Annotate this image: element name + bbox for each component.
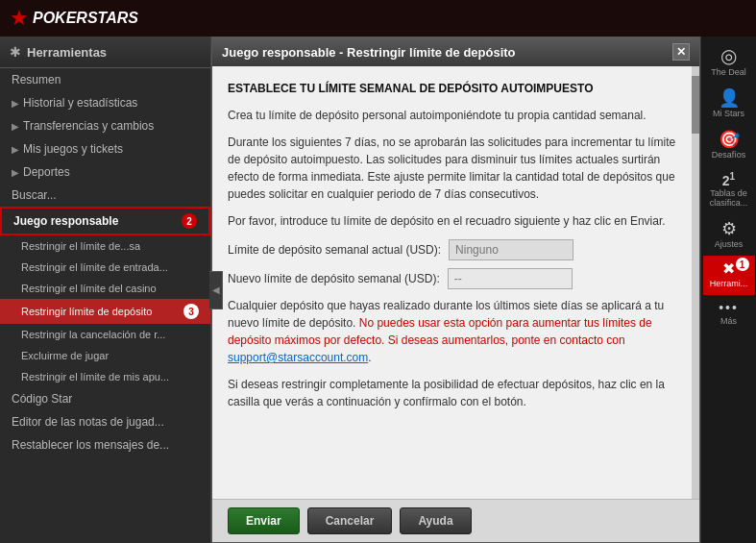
scrollbar-track[interactable] <box>692 66 699 499</box>
rightbar-tablas-wrap: 21 Tablas de clasifica... <box>703 166 755 214</box>
new-limit-input[interactable] <box>448 268 573 289</box>
sidebar-header: ✱ Herramientas <box>0 37 210 68</box>
ajustes-icon: ⚙ <box>721 220 737 237</box>
sidebar-menu: Resumen ▶ Historial y estadísticas ▶ Tra… <box>0 68 210 543</box>
rightbar-thedeal[interactable]: ◎ The Deal <box>703 40 755 84</box>
rightbar-ajustes[interactable]: ⚙ Ajustes <box>703 214 755 256</box>
badge-herramientas: 1 <box>736 258 749 271</box>
sidebar-item-excluirme[interactable]: Excluirme de jugar <box>0 345 210 366</box>
sidebar-item-misjuegos[interactable]: ▶ Mis juegos y tickets <box>0 137 210 160</box>
dialog-para4: Cualquier depósito que hayas realizado d… <box>228 297 684 366</box>
tablas-icon: 21 <box>722 172 735 187</box>
tools-icon: ✱ <box>10 44 21 60</box>
sidebar-title: Herramientas <box>27 45 107 60</box>
sidebar-item-historial[interactable]: ▶ Historial y estadísticas <box>0 91 210 114</box>
sidebar-item-resumen[interactable]: Resumen <box>0 68 210 91</box>
sidebar-collapse-button[interactable]: ◀ <box>209 271 223 309</box>
dialog-footer: Enviar Cancelar Ayuda <box>212 499 699 542</box>
rightbar-mas-wrap: ••• Más <box>703 295 755 333</box>
rightbar-thedeal-wrap: ◎ The Deal <box>703 40 755 84</box>
dialog-heading: ESTABLECE TU LÍMITE SEMANAL DE DEPÓSITO … <box>228 80 684 97</box>
rightbar-ajustes-wrap: ⚙ Ajustes <box>703 214 755 256</box>
main-content: Juego responsable - Restringir límite de… <box>211 37 700 543</box>
sidebar-item-deportes[interactable]: ▶ Deportes <box>0 160 210 184</box>
mistars-icon: 👤 <box>719 89 740 107</box>
thedeal-icon: ◎ <box>720 46 737 65</box>
sidebar-item-restringirlimcancelacion[interactable]: Restringir la cancelación de r... <box>0 324 210 345</box>
sidebar-item-buscar[interactable]: Buscar... <box>0 184 210 207</box>
rightbar-herramientas-wrap: ✖ Herrami... 1 <box>703 256 755 295</box>
badge-2: 2 <box>182 213 197 229</box>
cancel-button[interactable]: Cancelar <box>307 507 393 534</box>
rightbar-desafios-wrap: 🎯 Desafíos <box>703 125 755 166</box>
rightbar-mas[interactable]: ••• Más <box>703 295 755 333</box>
dialog-title: Juego responsable - Restringir límite de… <box>222 45 516 60</box>
sidebar-item-restringirlimcasino[interactable]: Restringir el límite del casino <box>0 278 210 299</box>
arrow-icon: ▶ <box>12 98 19 109</box>
sidebar-item-editornota[interactable]: Editor de las notas de jugad... <box>0 410 210 433</box>
form-row-new-limit: Nuevo límite de depósito semanal (USD): <box>228 268 684 289</box>
dialog-close-button[interactable]: ✕ <box>672 43 690 61</box>
sidebar-item-codigostar[interactable]: Código Star <box>0 387 210 410</box>
sidebar-item-transferencias[interactable]: ▶ Transferencias y cambios <box>0 114 210 137</box>
badge-3: 3 <box>183 304 199 319</box>
sidebar-item-juegoresponsable[interactable]: Juego responsable 2 <box>0 207 210 235</box>
dialog-para5: Si deseas restringir completamente la po… <box>228 376 684 410</box>
mas-icon: ••• <box>719 301 739 314</box>
sidebar-item-restringirentrada[interactable]: Restringir el límite de entrada... <box>0 257 210 278</box>
form-label-current: Límite de depósito semanal actual (USD): <box>228 241 441 259</box>
sidebar-item-restringirlimdeposito[interactable]: Restringir límite de depósito 3 <box>0 299 210 324</box>
right-bar: ◎ The Deal 👤 Mi Stars 🎯 Desafíos <box>700 37 756 543</box>
poker-logo-star: ★ <box>10 6 29 31</box>
logo-text: POKERSTARS <box>33 10 138 27</box>
arrow-icon: ▶ <box>12 144 19 155</box>
dialog-para2: Durante los siguientes 7 días, no se apr… <box>228 134 684 203</box>
rightbar-desafios[interactable]: 🎯 Desafíos <box>703 125 755 166</box>
scrollbar-thumb[interactable] <box>692 76 699 134</box>
dialog-panel: Juego responsable - Restringir límite de… <box>211 37 700 543</box>
support-email-link[interactable]: support@starsaccount.com <box>228 351 368 364</box>
rightbar-mistars-wrap: 👤 Mi Stars <box>703 84 755 125</box>
sidebar-item-label: Juego responsable <box>13 214 118 228</box>
desafios-icon: 🎯 <box>719 131 740 148</box>
sidebar-item-restringirlimcasa[interactable]: Restringir el límite de...sa <box>0 235 210 257</box>
rightbar-mistars[interactable]: 👤 Mi Stars <box>703 84 755 125</box>
arrow-icon: ▶ <box>12 167 19 178</box>
send-button[interactable]: Enviar <box>228 507 300 534</box>
dialog-titlebar: Juego responsable - Restringir límite de… <box>212 37 699 66</box>
form-label-new: Nuevo límite de depósito semanal (USD): <box>228 270 440 287</box>
herramientas-icon: ✖ <box>722 261 735 277</box>
current-limit-input[interactable] <box>449 239 573 260</box>
dialog-para1: Crea tu límite de depósito personal auto… <box>228 107 684 124</box>
sidebar-item-restablecer[interactable]: Restablecer los mensajes de... <box>0 433 210 457</box>
help-button[interactable]: Ayuda <box>400 507 471 534</box>
dialog-para3: Por favor, introduce tu límite de depósi… <box>228 212 684 230</box>
rightbar-tablas[interactable]: 21 Tablas de clasifica... <box>703 166 755 214</box>
arrow-icon: ▶ <box>12 121 19 132</box>
form-row-current-limit: Límite de depósito semanal actual (USD): <box>228 239 684 260</box>
dialog-body: ESTABLECE TU LÍMITE SEMANAL DE DEPÓSITO … <box>212 66 699 499</box>
sidebar-item-restringirmiapuesta[interactable]: Restringir el límite de mis apu... <box>0 366 210 387</box>
